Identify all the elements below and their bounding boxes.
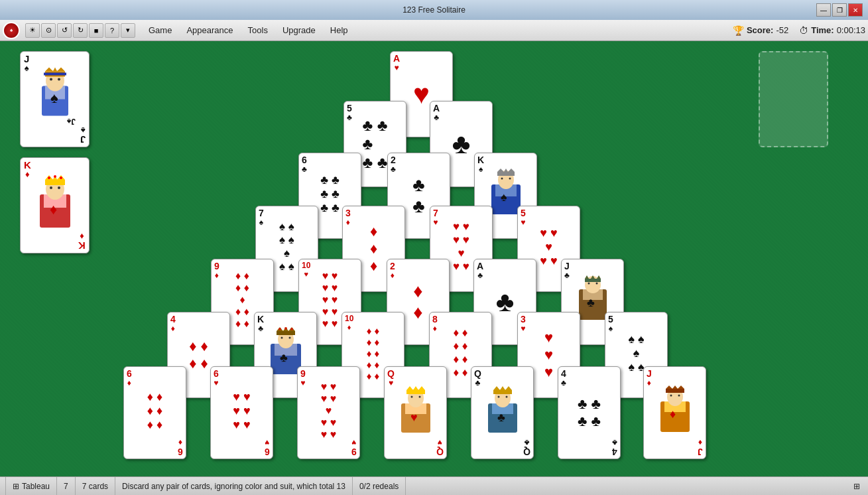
svg-rect-8 xyxy=(44,72,66,75)
pyramid-r7-c7-jack-diamonds[interactable]: J♦ ♦ J♦ xyxy=(643,366,706,459)
svg-point-9 xyxy=(50,78,52,80)
toolbar-icons: ☀ ⊙ ↺ ↻ ■ ? ▾ xyxy=(25,23,135,38)
status-instruction: Discard any pair of cards, ignoring colo… xyxy=(115,477,353,495)
svg-text:♣: ♣ xyxy=(497,411,505,424)
svg-text:♣: ♣ xyxy=(587,296,595,309)
pyramid-r7-c5-queen-clubs[interactable]: Q♣ ♣ Q♣ xyxy=(471,366,534,459)
svg-point-58 xyxy=(284,327,287,330)
svg-point-10 xyxy=(58,78,60,80)
pyramid-r7-c6[interactable]: 4♣ ♣ ♣♣ ♣ 4♣ xyxy=(558,366,621,459)
svg-point-36 xyxy=(509,178,511,180)
svg-text:♠: ♠ xyxy=(50,89,58,106)
toolbar-btn-circle[interactable]: ⊙ xyxy=(41,23,56,38)
svg-rect-89 xyxy=(666,389,684,393)
toolbar-btn-sun[interactable]: ☀ xyxy=(25,23,40,38)
svg-point-24 xyxy=(50,186,52,189)
status-bar: ⊞ Tableau 7 7 cards Discard any pair of … xyxy=(0,476,868,495)
svg-rect-17 xyxy=(45,180,65,185)
app-logo: ♠ xyxy=(3,22,20,39)
maximize-button[interactable]: ❐ xyxy=(832,3,847,17)
side-card-jack-spades[interactable]: J ♠ xyxy=(20,51,90,147)
game-area: J ♠ xyxy=(0,41,868,476)
menu-tools[interactable]: Tools xyxy=(241,23,275,37)
pyramid-r7-c1[interactable]: 6♦ ♦ ♦♦ ♦♦ ♦ 6♦ xyxy=(123,366,186,459)
toolbar-btn-redo[interactable]: ↻ xyxy=(73,23,88,38)
time-label: Time: xyxy=(811,25,834,35)
pyramid-r7-c3[interactable]: 9♥ ♥ ♥♥ ♥♥♥ ♥♥ ♥ 9♥ xyxy=(297,366,360,459)
menu-appearance[interactable]: Appearance xyxy=(180,23,239,37)
svg-point-93 xyxy=(670,395,672,397)
score-time-display: 🏆 Score: -52 ⏱ Time: 0:00:13 xyxy=(733,25,865,36)
toolbar-btn-undo[interactable]: ↺ xyxy=(57,23,72,38)
title-bar: 123 Free Solitaire — ❐ ✕ xyxy=(0,0,868,20)
time-value: 0:00:13 xyxy=(837,25,865,35)
score-label: Score: xyxy=(747,25,773,35)
svg-rect-42 xyxy=(585,279,601,282)
svg-point-71 xyxy=(410,396,412,398)
svg-text:♥: ♥ xyxy=(410,411,418,424)
empty-card-slot[interactable] xyxy=(759,51,828,147)
toolbar-btn-stop[interactable]: ■ xyxy=(89,23,103,38)
svg-text:♠: ♠ xyxy=(501,190,507,204)
menu-upgrade[interactable]: Upgrade xyxy=(276,23,322,37)
svg-rect-53 xyxy=(277,331,295,335)
svg-point-25 xyxy=(58,186,60,189)
svg-text:J♠: J♠ xyxy=(66,116,76,125)
close-button[interactable]: ✕ xyxy=(848,3,863,17)
svg-point-46 xyxy=(588,283,589,285)
svg-point-60 xyxy=(280,337,282,339)
pyramid-r7-c2[interactable]: 6♥ ♥ ♥♥ ♥♥ ♥ 6♥ xyxy=(210,366,273,459)
svg-rect-78 xyxy=(493,390,512,394)
status-cards: 7 cards xyxy=(76,477,115,495)
pyramid-r7-c4-queen-hearts[interactable]: Q♥ ♥ Q♥ xyxy=(384,366,447,459)
minimize-button[interactable]: — xyxy=(816,3,831,17)
title-controls: — ❐ ✕ xyxy=(816,3,863,17)
title-text: 123 Free Solitaire xyxy=(403,5,465,15)
menu-help[interactable]: Help xyxy=(324,23,355,37)
side-card-king-diamonds[interactable]: K ♦ xyxy=(20,157,90,253)
score-value: -52 xyxy=(776,25,788,35)
toolbar-btn-dropdown[interactable]: ▾ xyxy=(121,23,135,38)
menu-bar: Game Appearance Tools Upgrade Help xyxy=(142,23,355,37)
svg-point-61 xyxy=(288,337,290,339)
time-display: ⏱ Time: 0:00:13 xyxy=(799,25,865,36)
status-redeals: 0/2 redeals xyxy=(353,477,406,495)
game-type-label: Tableau xyxy=(22,482,50,491)
svg-point-57 xyxy=(279,328,281,330)
svg-point-35 xyxy=(501,178,503,180)
status-resize-icon: ⊞ xyxy=(853,482,860,491)
svg-point-82 xyxy=(497,396,499,398)
svg-point-47 xyxy=(595,283,597,285)
status-number: 7 xyxy=(57,477,76,495)
toolbar: ♠ ☀ ⊙ ↺ ↻ ■ ? ▾ Game Appearance Tools Up… xyxy=(0,20,868,41)
svg-rect-67 xyxy=(406,390,425,394)
status-game-type: ⊞ Tableau xyxy=(5,477,57,495)
score-icon: 🏆 xyxy=(733,25,744,36)
svg-point-72 xyxy=(418,396,420,398)
svg-point-83 xyxy=(505,396,507,398)
svg-point-21 xyxy=(48,177,50,179)
svg-point-22 xyxy=(54,175,56,178)
svg-point-23 xyxy=(60,177,62,179)
svg-text:♣: ♣ xyxy=(280,351,288,364)
svg-text:♦: ♦ xyxy=(50,201,57,218)
svg-point-59 xyxy=(290,328,293,330)
svg-text:♦: ♦ xyxy=(670,407,676,421)
time-icon: ⏱ xyxy=(799,25,808,36)
menu-game[interactable]: Game xyxy=(142,23,178,37)
svg-rect-31 xyxy=(497,172,515,176)
toolbar-btn-help[interactable]: ? xyxy=(105,23,119,38)
score-display: 🏆 Score: -52 xyxy=(733,25,788,36)
svg-point-94 xyxy=(678,395,680,397)
